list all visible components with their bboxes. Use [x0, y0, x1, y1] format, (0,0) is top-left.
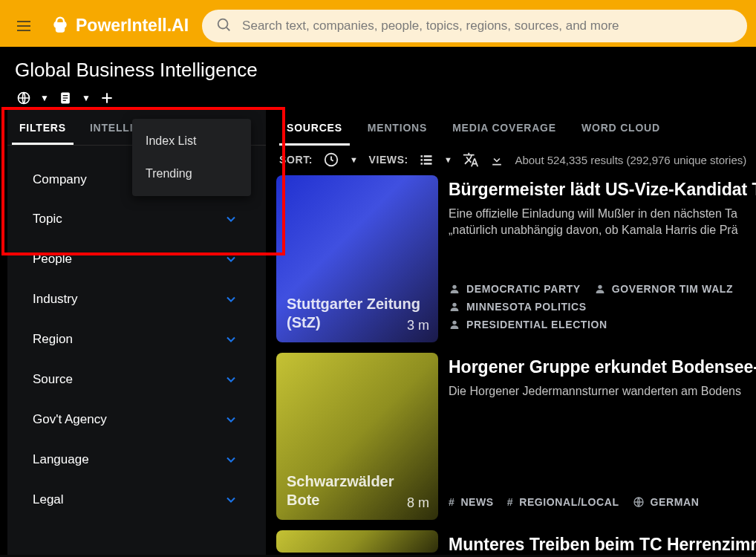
card-title[interactable]: Bürgermeister lädt US-Vize-Kandidat Ti [449, 180, 756, 200]
globe-tool[interactable] [15, 89, 33, 107]
filter-label: People [33, 252, 72, 267]
tab-word-cloud[interactable]: WORD CLOUD [571, 110, 671, 146]
chevron-down-icon [223, 251, 239, 267]
svg-point-20 [598, 285, 602, 289]
view-caret-icon[interactable]: ▼ [444, 155, 453, 164]
filter-label: Topic [33, 212, 62, 227]
card-title[interactable]: Munteres Treiben beim TC Herrenzimm [449, 535, 756, 555]
tab-media-coverage[interactable]: MEDIA COVERAGE [442, 110, 567, 146]
tag[interactable]: DEMOCRATIC PARTY [449, 283, 581, 295]
tab-filters[interactable]: FILTERS [7, 110, 78, 145]
hash-icon: # [507, 496, 513, 508]
card-description: Die Horgener Jedermannsturner wanderten … [449, 383, 756, 400]
svg-rect-16 [424, 159, 432, 161]
filter-legal[interactable]: Legal [7, 480, 266, 520]
svg-rect-14 [424, 155, 432, 157]
search-box[interactable] [202, 10, 747, 42]
filter-label: Legal [33, 492, 64, 507]
person-icon [449, 319, 460, 330]
feed-card[interactable]: Schwarzwälder Bote 8 m Horgener Gruppe e… [276, 353, 756, 520]
svg-point-22 [452, 321, 456, 325]
filter-label: Company [33, 172, 87, 187]
globe-icon [633, 496, 645, 508]
svg-point-3 [218, 19, 228, 28]
tag[interactable]: MINNESOTA POLITICS [449, 301, 587, 313]
svg-point-21 [452, 303, 456, 307]
brand[interactable]: PowerIntell.AI [49, 15, 189, 37]
tab-mentions[interactable]: MENTIONS [357, 110, 437, 146]
filter-label: Gov't Agency [33, 412, 107, 427]
popup-menu: Index List Trending [132, 119, 251, 196]
sort-caret-icon[interactable]: ▼ [350, 155, 359, 164]
view-list-button[interactable] [419, 152, 434, 167]
svg-rect-15 [420, 159, 423, 161]
content: FILTERS INTELLI... Company Topic People … [0, 110, 756, 555]
tag[interactable]: GERMAN [633, 496, 700, 508]
svg-point-19 [452, 285, 456, 289]
filter-govt-agency[interactable]: Gov't Agency [7, 400, 266, 440]
feed-card[interactable]: Stuttgarter Zeitung (StZ) 3 m Bürgermeis… [276, 175, 756, 342]
svg-rect-13 [420, 155, 423, 157]
main-panel: SOURCES MENTIONS MEDIA COVERAGE WORD CLO… [266, 110, 756, 555]
views-label: VIEWS: [369, 154, 408, 166]
feed: Stuttgarter Zeitung (StZ) 3 m Bürgermeis… [276, 175, 756, 555]
person-icon [594, 283, 606, 295]
card-title[interactable]: Horgener Gruppe erkundet Bodensee-S [449, 357, 756, 377]
filter-label: Region [33, 332, 73, 347]
chevron-down-icon [223, 331, 239, 348]
filter-region[interactable]: Region [7, 319, 266, 359]
person-icon [449, 283, 460, 295]
chevron-down-icon [223, 452, 239, 468]
topbar: PowerIntell.AI [0, 0, 756, 47]
card-tags: #NEWS #REGIONAL/LOCAL GERMAN [449, 496, 756, 520]
card-thumbnail [276, 530, 438, 553]
filter-label: Source [33, 372, 73, 387]
translate-button[interactable] [463, 152, 479, 168]
tag[interactable]: #NEWS [449, 496, 494, 508]
title-bar: Global Business Intelligence ▼ ▼ [0, 47, 756, 110]
filter-language[interactable]: Language [7, 440, 266, 480]
card-age: 3 m [407, 318, 429, 333]
doc-caret-icon[interactable]: ▼ [80, 91, 92, 105]
download-button[interactable] [489, 152, 504, 167]
card-body: Munteres Treiben beim TC Herrenzimm [449, 530, 756, 555]
brand-name: PowerIntell.AI [76, 16, 189, 36]
sort-label: SORT: [279, 154, 313, 166]
feed-card[interactable]: Munteres Treiben beim TC Herrenzimm [276, 530, 756, 555]
menu-button[interactable] [6, 8, 42, 44]
svg-rect-17 [420, 163, 423, 165]
globe-caret-icon[interactable]: ▼ [39, 91, 50, 105]
sort-time-button[interactable] [323, 152, 339, 168]
add-tool[interactable] [98, 89, 116, 107]
card-thumbnail: Stuttgarter Zeitung (StZ) 3 m [276, 175, 438, 342]
filter-topic[interactable]: Topic [7, 199, 266, 239]
filter-industry[interactable]: Industry [7, 279, 266, 319]
hamburger-icon [15, 17, 33, 35]
filter-label: Language [33, 452, 89, 467]
card-description: Eine offizielle Einladung will Mußler in… [449, 206, 756, 239]
chevron-down-icon [223, 492, 239, 508]
main-tabs: SOURCES MENTIONS MEDIA COVERAGE WORD CLO… [276, 110, 756, 146]
chevron-down-icon [223, 411, 239, 428]
tag[interactable]: GOVERNOR TIM WALZ [594, 283, 733, 295]
card-age: 8 m [407, 495, 429, 511]
filter-people[interactable]: People [7, 239, 266, 279]
chevron-down-icon [223, 291, 239, 307]
card-body: Horgener Gruppe erkundet Bodensee-S Die … [449, 353, 756, 520]
doc-tool[interactable] [56, 89, 74, 107]
title-tools: ▼ ▼ [15, 82, 741, 107]
results-toolbar: SORT: ▼ VIEWS: ▼ About 524,335 results (… [276, 146, 756, 175]
svg-line-4 [227, 27, 229, 30]
search-icon [215, 16, 232, 36]
svg-rect-18 [424, 163, 432, 165]
tag[interactable]: #REGIONAL/LOCAL [507, 496, 619, 508]
popup-index-list[interactable]: Index List [132, 125, 251, 157]
card-body: Bürgermeister lädt US-Vize-Kandidat Ti E… [449, 175, 756, 342]
chevron-down-icon [223, 371, 239, 388]
filter-source[interactable]: Source [7, 359, 266, 400]
search-input[interactable] [242, 19, 734, 33]
popup-trending[interactable]: Trending [132, 157, 251, 190]
tab-sources[interactable]: SOURCES [276, 110, 353, 146]
chevron-down-icon [223, 211, 239, 227]
tag[interactable]: PRESIDENTIAL ELECTION [449, 319, 607, 330]
